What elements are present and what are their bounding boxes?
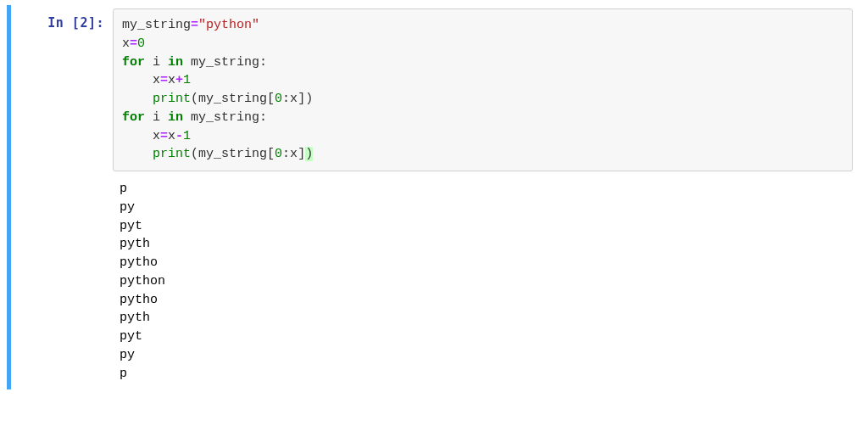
indent bbox=[122, 147, 153, 161]
code-token: ] bbox=[298, 92, 305, 106]
code-token: = bbox=[191, 18, 198, 32]
code-token: print bbox=[153, 147, 191, 161]
output-line: pyt bbox=[120, 329, 142, 344]
code-token: 0 bbox=[275, 147, 282, 161]
output-line: pyth bbox=[120, 311, 150, 325]
output-line: python bbox=[120, 274, 165, 288]
code-token: x bbox=[153, 129, 160, 143]
output-line: pytho bbox=[120, 293, 158, 307]
cell-output: p py pyt pyth pytho python pytho pyth py… bbox=[113, 171, 853, 386]
code-token: ) bbox=[305, 147, 313, 161]
indent bbox=[122, 92, 153, 106]
code-token: print bbox=[153, 92, 191, 106]
code-token: my_string bbox=[191, 110, 259, 125]
code-token: for bbox=[122, 110, 145, 125]
output-line: pyth bbox=[120, 237, 150, 251]
code-token: x bbox=[290, 92, 298, 106]
code-token: 0 bbox=[275, 92, 282, 106]
code-token: my_string bbox=[122, 18, 191, 32]
code-token: ( bbox=[191, 147, 198, 161]
code-token: : bbox=[282, 92, 290, 106]
output-line: py bbox=[120, 200, 135, 215]
output-line: p bbox=[120, 182, 127, 196]
code-input[interactable]: my_string="python" x=0 for i in my_strin… bbox=[113, 8, 853, 171]
code-token: - bbox=[175, 129, 183, 143]
code-token: in bbox=[168, 55, 183, 70]
code-token: : bbox=[259, 110, 267, 125]
notebook-cell: In [2]: my_string="python" x=0 for i in … bbox=[7, 5, 861, 389]
code-token: 1 bbox=[183, 129, 191, 143]
code-token: ) bbox=[305, 92, 313, 106]
code-token: x bbox=[122, 36, 130, 51]
code-token: i bbox=[153, 55, 160, 70]
cell-content: my_string="python" x=0 for i in my_strin… bbox=[113, 8, 861, 386]
code-token: = bbox=[160, 129, 168, 143]
code-token: my_string bbox=[198, 92, 267, 106]
indent bbox=[122, 129, 153, 143]
code-token: 0 bbox=[137, 36, 145, 51]
code-token: x bbox=[290, 147, 298, 161]
code-token: = bbox=[130, 36, 137, 51]
code-token: i bbox=[153, 110, 160, 125]
code-token: ] bbox=[298, 147, 305, 161]
code-token: [ bbox=[267, 92, 275, 106]
code-token: + bbox=[175, 73, 183, 87]
code-token: 1 bbox=[183, 73, 191, 87]
code-token: "python" bbox=[198, 18, 259, 32]
input-prompt: In [2]: bbox=[11, 8, 113, 386]
output-line: pyt bbox=[120, 219, 142, 233]
code-token: [ bbox=[267, 147, 275, 161]
code-token: for bbox=[122, 55, 145, 70]
code-token: x bbox=[153, 73, 160, 87]
code-token: ( bbox=[191, 92, 198, 106]
code-token: my_string bbox=[191, 55, 259, 70]
code-token: x bbox=[168, 129, 175, 143]
code-token: : bbox=[259, 55, 267, 70]
code-token: in bbox=[168, 110, 183, 125]
indent bbox=[122, 73, 153, 87]
code-token: x bbox=[168, 73, 175, 87]
code-token: = bbox=[160, 73, 168, 87]
output-line: pytho bbox=[120, 255, 158, 270]
code-token: : bbox=[282, 147, 290, 161]
prompt-label: In [2]: bbox=[47, 15, 104, 31]
output-line: py bbox=[120, 348, 135, 362]
output-line: p bbox=[120, 367, 127, 381]
code-token: my_string bbox=[198, 147, 267, 161]
